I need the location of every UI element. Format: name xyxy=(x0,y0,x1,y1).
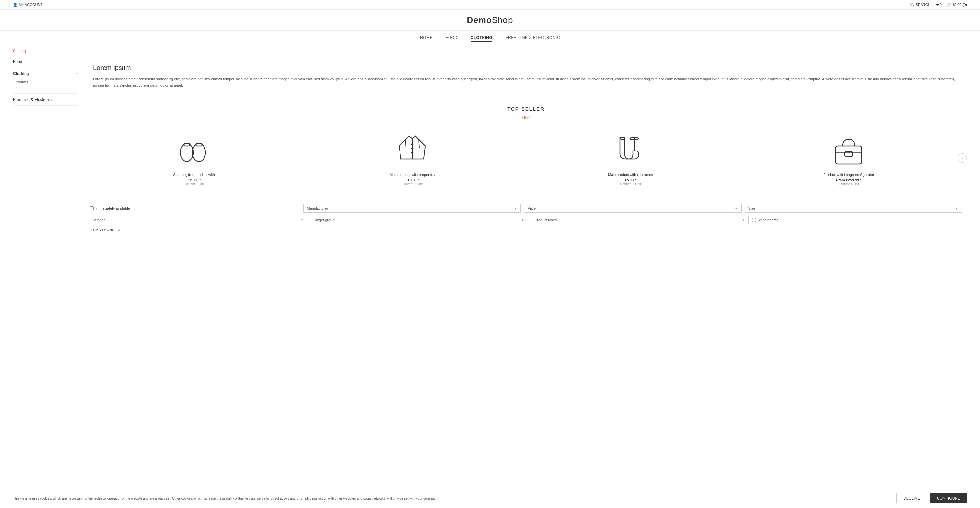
product-icon-3 xyxy=(829,130,868,169)
size-label: Size xyxy=(748,206,755,210)
main-content: Lorem ipsum Lorem ipsum dolor sit amet, … xyxy=(85,56,967,244)
target-group-chevron: ▼ xyxy=(521,218,524,222)
size-chevron: ▼ xyxy=(955,207,958,210)
search-link[interactable]: 🔍 SEARCH xyxy=(910,3,931,7)
svg-rect-11 xyxy=(835,146,862,164)
top-seller-section: TOP SELLER Hint! xyxy=(85,106,967,120)
product-types-chevron: ▼ xyxy=(742,218,745,222)
target-group-label: Target group xyxy=(314,218,334,222)
sidebar-sub-women[interactable]: women xyxy=(16,78,78,84)
sidebar-food-label: Food xyxy=(13,59,22,64)
product-card-3[interactable]: Product with image-configurator From €25… xyxy=(740,126,958,189)
account-link[interactable]: 👤 MY ACCOUNT xyxy=(13,3,43,7)
logo-shop: Shop xyxy=(492,15,513,25)
logo-demo: Demo xyxy=(467,15,492,25)
product-name-1: Main product with properties xyxy=(306,173,518,177)
description-body: Lorem ipsum dolor sit amet, consetetur s… xyxy=(93,76,959,88)
material-filter[interactable]: Material ▼ xyxy=(90,216,307,224)
account-icon: 👤 xyxy=(13,3,18,6)
product-price-0: €15.00 * xyxy=(88,178,300,182)
nav-food[interactable]: FOOD xyxy=(445,34,458,42)
top-bar-right: 🔍 SEARCH ❤ 0 🛒 €0.00 (0) xyxy=(910,3,967,7)
sidebar: Food + Clothing − women men Free time & … xyxy=(13,56,78,244)
clothing-sub-items: women men xyxy=(13,78,78,90)
nav-home[interactable]: HOME xyxy=(420,34,433,42)
wishlist-link[interactable]: ❤ 0 xyxy=(936,3,942,7)
shipping-free-label: Shipping free xyxy=(757,218,779,222)
refresh-icon[interactable]: ↻ xyxy=(117,227,121,232)
logo: DemoShop xyxy=(0,10,980,30)
price-chevron: ▼ xyxy=(735,207,738,210)
target-group-filter[interactable]: Target group ▼ xyxy=(311,216,528,224)
sidebar-item-food[interactable]: Food + xyxy=(13,56,78,68)
product-card-0[interactable]: Shipping free product with €15.00 * Cont… xyxy=(85,126,303,189)
products-row: Shipping free product with €15.00 * Cont… xyxy=(85,126,967,189)
product-price-1: €19.99 * xyxy=(306,178,518,182)
items-found: ITEMS FOUND ↻ xyxy=(90,227,962,232)
clothing-collapse-icon: − xyxy=(76,71,78,76)
product-content-3: Content 1 Unit xyxy=(743,183,955,186)
manufacturer-label: Manufacturer xyxy=(307,206,328,210)
sidebar-freetime-label: Free time & Electronic xyxy=(13,97,52,102)
sidebar-item-clothing[interactable]: Clothing − women men xyxy=(13,68,78,94)
breadcrumb: Clothing xyxy=(0,45,980,56)
sidebar-clothing-label: Clothing xyxy=(13,71,29,76)
hint-link[interactable]: Hint! xyxy=(522,116,530,119)
immediately-available-filter[interactable]: Immediately available xyxy=(90,206,300,210)
manufacturer-chevron: ▼ xyxy=(514,207,517,210)
product-content-0: Content 1 Unit xyxy=(88,183,300,186)
search-icon: 🔍 xyxy=(910,3,915,6)
svg-point-6 xyxy=(412,148,413,149)
immediately-available-checkbox[interactable] xyxy=(90,206,94,210)
shipping-free-checkbox[interactable] xyxy=(752,218,756,222)
product-card-2[interactable]: Main product with resources €5.99 * Cont… xyxy=(521,126,740,189)
product-name-3: Product with image-configurator xyxy=(743,173,955,177)
main-nav: HOME FOOD CLOTHING FREE TIME & ELECTRONI… xyxy=(0,30,980,45)
filters-row-1: Immediately available Manufacturer ▼ Pri… xyxy=(90,204,962,213)
filters-section: Immediately available Manufacturer ▼ Pri… xyxy=(85,199,967,237)
description-title: Lorem ipsum xyxy=(93,64,959,71)
product-name-2: Main product with resources xyxy=(525,173,736,177)
product-price-3: From €259.99 * xyxy=(743,178,955,182)
product-icon-2 xyxy=(611,130,650,169)
nav-freetime[interactable]: FREE TIME & ELECTRONIC xyxy=(505,34,560,42)
product-types-filter[interactable]: Product types ▼ xyxy=(531,216,749,224)
product-icon-0 xyxy=(175,130,214,169)
product-content-1: Content 1 Unit xyxy=(306,183,518,186)
sidebar-clothing-header[interactable]: Clothing − xyxy=(13,71,78,76)
top-bar-left: 👤 MY ACCOUNT xyxy=(13,3,43,7)
sidebar-item-freetime[interactable]: Free time & Electronic + xyxy=(13,94,78,106)
breadcrumb-link[interactable]: Clothing xyxy=(13,49,26,52)
food-expand-icon: + xyxy=(76,59,78,64)
freetime-expand-icon: + xyxy=(76,97,78,102)
cart-icon: 🛒 xyxy=(947,3,951,6)
size-filter[interactable]: Size ▼ xyxy=(745,204,963,213)
svg-rect-10 xyxy=(620,138,625,140)
product-name-0: Shipping free product with xyxy=(88,173,300,177)
material-chevron: ▼ xyxy=(301,218,304,222)
filters-row-2: Material ▼ Target group ▼ Product types … xyxy=(90,216,962,224)
top-seller-title: TOP SELLER xyxy=(85,106,967,112)
svg-point-5 xyxy=(412,144,413,145)
product-icon-1 xyxy=(393,130,432,169)
svg-rect-3 xyxy=(196,143,202,146)
manufacturer-filter[interactable]: Manufacturer ▼ xyxy=(304,204,521,213)
top-bar: 👤 MY ACCOUNT 🔍 SEARCH ❤ 0 🛒 €0.00 (0) xyxy=(0,0,980,10)
svg-point-7 xyxy=(412,152,413,154)
heart-icon: ❤ xyxy=(936,3,939,6)
immediately-available-label: Immediately available xyxy=(95,206,130,210)
price-filter[interactable]: Price ▼ xyxy=(524,204,741,213)
content-wrapper: Food + Clothing − women men Free time & … xyxy=(0,56,980,257)
product-price-2: €5.99 * xyxy=(525,178,736,182)
nav-clothing[interactable]: CLOTHING xyxy=(471,34,493,42)
shipping-free-filter[interactable]: Shipping free xyxy=(752,218,963,222)
price-label: Price xyxy=(528,206,536,210)
product-card-1[interactable]: Main product with properties €19.99 * Co… xyxy=(303,126,521,189)
sidebar-freetime-header[interactable]: Free time & Electronic + xyxy=(13,97,78,102)
sidebar-food-header[interactable]: Food + xyxy=(13,59,78,64)
items-found-label: ITEMS FOUND xyxy=(90,228,115,232)
material-label: Material xyxy=(94,218,106,222)
sidebar-sub-men[interactable]: men xyxy=(16,84,78,90)
cart-link[interactable]: 🛒 €0.00 (0) xyxy=(947,3,967,7)
next-arrow[interactable]: › xyxy=(958,154,967,163)
